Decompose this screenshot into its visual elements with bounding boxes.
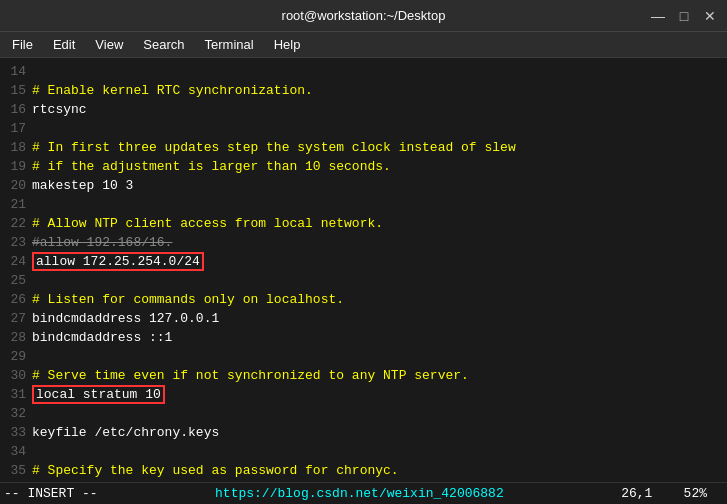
statusbar: -- INSERT -- https://blog.csdn.net/weixi… — [0, 482, 727, 504]
line-number: 18 — [0, 140, 32, 155]
line-content: makestep 10 3 — [32, 178, 133, 193]
terminal-content[interactable]: 1415# Enable kernel RTC synchronization.… — [0, 58, 727, 482]
terminal-line: 31local stratum 10 — [0, 385, 727, 404]
line-content: local stratum 10 — [32, 385, 165, 404]
line-content: # Listen for commands only on localhost. — [32, 292, 344, 307]
terminal-line: 27bindcmdaddress 127.0.0.1 — [0, 309, 727, 328]
line-content: #allow 192.168/16. — [32, 235, 172, 250]
line-content: # Specify the key used as password for c… — [32, 463, 399, 478]
titlebar: root@workstation:~/Desktop — □ ✕ — [0, 0, 727, 32]
line-number: 16 — [0, 102, 32, 117]
line-number: 26 — [0, 292, 32, 307]
terminal-line: 22# Allow NTP client access from local n… — [0, 214, 727, 233]
window-controls: — □ ✕ — [649, 8, 719, 24]
line-number: 32 — [0, 406, 32, 421]
line-content: allow 172.25.254.0/24 — [32, 252, 204, 271]
line-number: 30 — [0, 368, 32, 383]
line-content: rtcsync — [32, 102, 87, 117]
line-content: # if the adjustment is larger than 10 se… — [32, 159, 391, 174]
terminal-line: 16rtcsync — [0, 100, 727, 119]
line-number: 29 — [0, 349, 32, 364]
menu-view[interactable]: View — [87, 35, 131, 54]
menu-terminal[interactable]: Terminal — [197, 35, 262, 54]
close-button[interactable]: ✕ — [701, 8, 719, 24]
line-number: 22 — [0, 216, 32, 231]
maximize-button[interactable]: □ — [675, 8, 693, 24]
line-number: 15 — [0, 83, 32, 98]
highlighted-content: allow 172.25.254.0/24 — [32, 252, 204, 271]
line-number: 31 — [0, 387, 32, 402]
terminal-line: 19# if the adjustment is larger than 10 … — [0, 157, 727, 176]
terminal-line: 36commandkey 1 — [0, 480, 727, 482]
line-number: 35 — [0, 463, 32, 478]
line-number: 23 — [0, 235, 32, 250]
cursor-position: 26,1 52% — [621, 486, 707, 501]
line-number: 20 — [0, 178, 32, 193]
terminal-line: 30# Serve time even if not synchronized … — [0, 366, 727, 385]
line-content: # In first three updates step the system… — [32, 140, 516, 155]
minimize-button[interactable]: — — [649, 8, 667, 24]
line-number: 25 — [0, 273, 32, 288]
terminal-line: 15# Enable kernel RTC synchronization. — [0, 81, 727, 100]
terminal-line: 28bindcmdaddress ::1 — [0, 328, 727, 347]
terminal-line: 14 — [0, 62, 727, 81]
line-number: 28 — [0, 330, 32, 345]
line-content: keyfile /etc/chrony.keys — [32, 425, 219, 440]
terminal-line: 20makestep 10 3 — [0, 176, 727, 195]
line-number: 27 — [0, 311, 32, 326]
line-content: # Enable kernel RTC synchronization. — [32, 83, 313, 98]
terminal-line: 24allow 172.25.254.0/24 — [0, 252, 727, 271]
menubar: File Edit View Search Terminal Help — [0, 32, 727, 58]
menu-help[interactable]: Help — [266, 35, 309, 54]
menu-file[interactable]: File — [4, 35, 41, 54]
terminal-line: 33keyfile /etc/chrony.keys — [0, 423, 727, 442]
terminal-line: 18# In first three updates step the syst… — [0, 138, 727, 157]
terminal-line: 23#allow 192.168/16. — [0, 233, 727, 252]
line-content: bindcmdaddress 127.0.0.1 — [32, 311, 219, 326]
line-number: 34 — [0, 444, 32, 459]
terminal-line: 35# Specify the key used as password for… — [0, 461, 727, 480]
line-number: 24 — [0, 254, 32, 269]
terminal-line: 34 — [0, 442, 727, 461]
terminal-line: 32 — [0, 404, 727, 423]
line-content: bindcmdaddress ::1 — [32, 330, 172, 345]
status-url: https://blog.csdn.net/weixin_42006882 — [215, 486, 504, 501]
line-number: 14 — [0, 64, 32, 79]
line-number: 33 — [0, 425, 32, 440]
terminal-window: root@workstation:~/Desktop — □ ✕ File Ed… — [0, 0, 727, 504]
terminal-line: 25 — [0, 271, 727, 290]
highlighted-content: local stratum 10 — [32, 385, 165, 404]
menu-search[interactable]: Search — [135, 35, 192, 54]
terminal-line: 17 — [0, 119, 727, 138]
line-number: 21 — [0, 197, 32, 212]
line-number: 17 — [0, 121, 32, 136]
insert-mode: -- INSERT -- — [4, 486, 98, 501]
window-title: root@workstation:~/Desktop — [282, 8, 446, 23]
line-content: # Allow NTP client access from local net… — [32, 216, 383, 231]
terminal-line: 29 — [0, 347, 727, 366]
line-number: 19 — [0, 159, 32, 174]
menu-edit[interactable]: Edit — [45, 35, 83, 54]
terminal-line: 21 — [0, 195, 727, 214]
terminal-line: 26# Listen for commands only on localhos… — [0, 290, 727, 309]
line-content: # Serve time even if not synchronized to… — [32, 368, 469, 383]
